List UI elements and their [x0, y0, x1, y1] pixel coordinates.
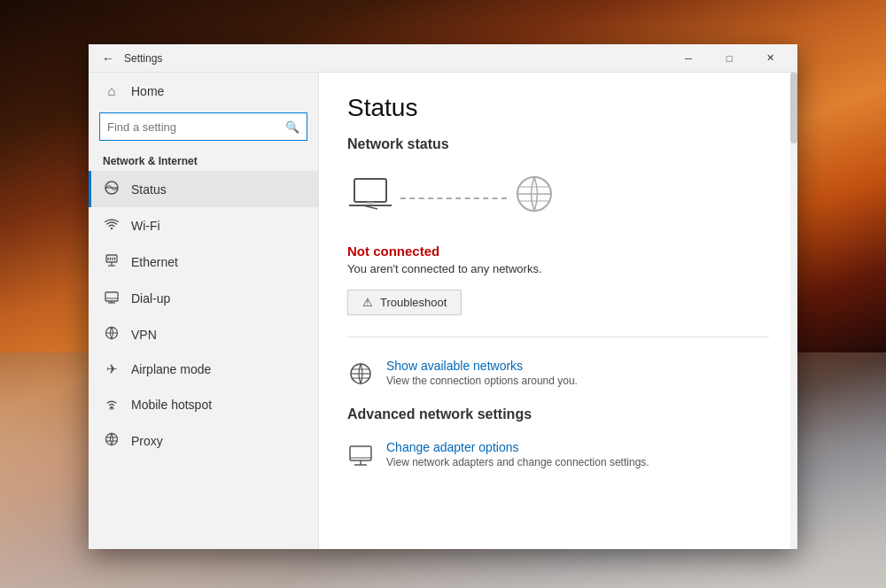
- show-networks-title: Show available networks: [386, 359, 578, 373]
- show-networks-item[interactable]: Show available networks View the connect…: [347, 352, 769, 399]
- search-icon: 🔍: [278, 112, 307, 141]
- svg-point-16: [106, 434, 118, 445]
- sidebar-item-ethernet-label: Ethernet: [131, 255, 178, 269]
- sidebar-section-label: Network & Internet: [89, 148, 318, 171]
- close-button[interactable]: ✕: [750, 44, 790, 73]
- ethernet-icon: [103, 252, 120, 271]
- sidebar-item-hotspot-label: Mobile hotspot: [131, 398, 212, 412]
- settings-window: ← Settings ─ □ ✕ ⌂ Home 🔍 Network & Inte…: [89, 44, 797, 549]
- change-adapter-title: Change adapter options: [386, 440, 649, 454]
- sidebar-item-vpn-label: VPN: [131, 328, 157, 342]
- change-adapter-text: Change adapter options View network adap…: [386, 440, 649, 468]
- back-button[interactable]: ←: [96, 46, 120, 71]
- sidebar-item-dialup-label: Dial-up: [131, 291, 170, 306]
- wifi-icon: [103, 216, 120, 235]
- page-title: Status: [347, 94, 769, 122]
- sidebar-item-proxy[interactable]: Proxy: [89, 422, 318, 459]
- maximize-button[interactable]: □: [709, 44, 750, 73]
- show-networks-icon: [347, 360, 374, 392]
- sidebar-home[interactable]: ⌂ Home: [89, 73, 318, 109]
- svg-rect-9: [105, 292, 118, 301]
- show-networks-desc: View the connection options around you.: [386, 375, 578, 387]
- dialup-icon: [103, 289, 120, 307]
- airplane-icon: ✈: [103, 361, 120, 377]
- window-title: Settings: [124, 52, 668, 65]
- laptop-icon: [347, 175, 393, 220]
- adapter-icon: [347, 442, 374, 474]
- sidebar-item-status-label: Status: [131, 182, 167, 197]
- sidebar-item-airplane[interactable]: ✈ Airplane mode: [89, 352, 318, 386]
- warning-icon: ⚠: [362, 296, 373, 309]
- show-networks-text: Show available networks View the connect…: [386, 359, 578, 387]
- sidebar-item-proxy-label: Proxy: [131, 434, 163, 448]
- sidebar-item-hotspot[interactable]: Mobile hotspot: [89, 386, 318, 422]
- vpn-icon: [103, 325, 120, 344]
- not-connected-label: Not connected: [347, 244, 769, 259]
- connection-description: You aren't connected to any networks.: [347, 262, 769, 275]
- dashed-line: [400, 197, 507, 199]
- sidebar-home-label: Home: [131, 84, 164, 98]
- sidebar-item-ethernet[interactable]: Ethernet: [89, 244, 318, 280]
- scrollbar-thumb[interactable]: [790, 73, 797, 143]
- svg-rect-22: [367, 202, 374, 204]
- window-content: ⌂ Home 🔍 Network & Internet S: [89, 73, 797, 549]
- network-diagram: [347, 166, 769, 229]
- globe-icon: [514, 174, 555, 222]
- minimize-button[interactable]: ─: [668, 44, 709, 73]
- sidebar-item-vpn[interactable]: VPN: [89, 316, 318, 352]
- change-adapter-item[interactable]: Change adapter options View network adap…: [347, 433, 769, 481]
- troubleshoot-button[interactable]: ⚠ Troubleshoot: [347, 290, 462, 315]
- proxy-icon: [103, 431, 120, 450]
- network-status-title: Network status: [347, 136, 769, 152]
- window-controls: ─ □ ✕: [668, 44, 790, 73]
- main-panel: Status Network status: [319, 73, 797, 549]
- divider: [347, 337, 769, 337]
- sidebar-item-dialup[interactable]: Dial-up: [89, 280, 318, 316]
- troubleshoot-label: Troubleshoot: [380, 296, 447, 309]
- titlebar: ← Settings ─ □ ✕: [89, 44, 797, 73]
- change-adapter-desc: View network adapters and change connect…: [386, 456, 649, 468]
- svg-rect-31: [350, 446, 371, 460]
- scrollbar-track[interactable]: [790, 73, 797, 549]
- sidebar-item-status[interactable]: Status: [89, 171, 318, 207]
- svg-rect-19: [354, 179, 386, 202]
- advanced-title: Advanced network settings: [347, 406, 769, 422]
- sidebar-item-airplane-label: Airplane mode: [131, 362, 211, 376]
- sidebar: ⌂ Home 🔍 Network & Internet S: [89, 73, 319, 549]
- home-icon: ⌂: [103, 83, 120, 98]
- search-box[interactable]: 🔍: [99, 112, 307, 141]
- hotspot-icon: [103, 395, 120, 414]
- search-input[interactable]: [100, 120, 278, 134]
- status-icon: [103, 180, 120, 198]
- sidebar-item-wifi-label: Wi-Fi: [131, 219, 160, 233]
- sidebar-item-wifi[interactable]: Wi-Fi: [89, 207, 318, 244]
